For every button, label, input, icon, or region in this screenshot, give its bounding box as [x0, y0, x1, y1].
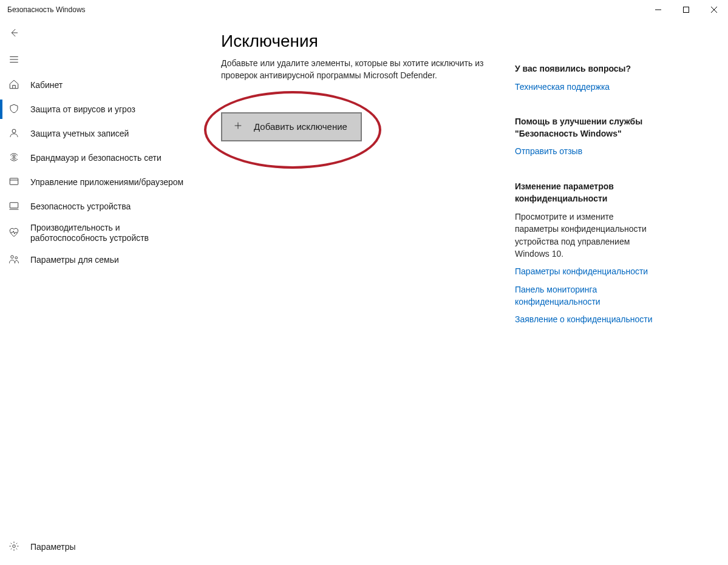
sidebar-item-label: Параметры — [30, 542, 76, 552]
aside-privacy: Изменение параметров конфиденциальности … — [515, 181, 655, 326]
titlebar: Безопасность Windows — [0, 0, 728, 19]
sidebar-item-label: Безопасность устройства — [30, 201, 131, 211]
sidebar-item-label: Брандмауэр и безопасность сети — [30, 153, 162, 163]
person-icon — [9, 127, 19, 140]
sidebar-item-virus-threat[interactable]: Защита от вирусов и угроз — [0, 97, 199, 121]
add-exclusion-label: Добавить исключение — [254, 121, 347, 132]
sidebar-item-label: Защита учетных записей — [30, 129, 129, 138]
page-title: Исключения — [221, 32, 515, 51]
sidebar-item-label: Кабинет — [30, 80, 63, 90]
sidebar-item-family[interactable]: Параметры для семьи — [0, 248, 199, 272]
network-icon — [9, 152, 19, 164]
shield-icon — [9, 103, 19, 116]
window-title: Безопасность Windows — [7, 5, 86, 14]
sidebar-item-device-performance[interactable]: Производительность и работоспособность у… — [0, 218, 199, 248]
svg-rect-1 — [684, 7, 689, 13]
privacy-settings-link[interactable]: Параметры конфиденциальности — [515, 266, 655, 278]
app-icon — [9, 176, 19, 189]
svg-rect-10 — [10, 178, 18, 184]
aside-feedback: Помощь в улучшении службы "Безопасность … — [515, 116, 655, 158]
family-icon — [9, 254, 19, 266]
page-description: Добавьте или удалите элементы, которые в… — [221, 57, 506, 82]
svg-rect-12 — [10, 202, 18, 208]
plus-icon — [233, 121, 243, 132]
svg-point-14 — [11, 255, 14, 259]
aside-text: Просмотрите и измените параметры конфиде… — [515, 211, 655, 260]
aside-questions: У вас появились вопросы? Техническая под… — [515, 63, 655, 93]
device-icon — [9, 200, 19, 213]
sidebar-item-app-browser[interactable]: Управление приложениями/браузером — [0, 170, 199, 194]
sidebar-item-label: Параметры для семьи — [30, 255, 119, 265]
content: Исключения Добавьте или удалите элементы… — [199, 32, 515, 565]
svg-point-9 — [13, 156, 15, 158]
svg-point-15 — [15, 256, 18, 259]
sidebar-item-account-protection[interactable]: Защита учетных записей — [0, 121, 199, 146]
maximize-button[interactable] — [672, 0, 700, 19]
sidebar-item-device-security[interactable]: Безопасность устройства — [0, 194, 199, 218]
tech-support-link[interactable]: Техническая поддержка — [515, 81, 655, 93]
minimize-button[interactable] — [644, 0, 672, 19]
menu-button[interactable] — [0, 46, 199, 73]
sidebar-item-label: Производительность и работоспособность у… — [30, 223, 199, 244]
sidebar-item-home[interactable]: Кабинет — [0, 73, 199, 97]
sidebar-item-label: Защита от вирусов и угроз — [30, 104, 135, 114]
sidebar: Кабинет Защита от вирусов и угроз Защита… — [0, 19, 199, 565]
svg-point-8 — [12, 129, 16, 133]
home-icon — [9, 79, 19, 92]
sidebar-item-settings[interactable]: Параметры — [0, 535, 199, 559]
heart-icon — [9, 227, 19, 240]
privacy-statement-link[interactable]: Заявление о конфиденциальности — [515, 314, 655, 326]
main-area: Исключения Добавьте или удалите элементы… — [199, 19, 728, 565]
sidebar-item-label: Управление приложениями/браузером — [30, 177, 183, 187]
aside-heading: Изменение параметров конфиденциальности — [515, 181, 655, 205]
back-button[interactable] — [0, 19, 199, 46]
close-button[interactable] — [700, 0, 728, 19]
aside: У вас появились вопросы? Техническая под… — [515, 32, 673, 565]
svg-point-16 — [13, 544, 16, 547]
gear-icon — [9, 541, 19, 553]
send-feedback-link[interactable]: Отправить отзыв — [515, 146, 655, 158]
sidebar-item-firewall[interactable]: Брандмауэр и безопасность сети — [0, 146, 199, 170]
aside-heading: Помощь в улучшении службы "Безопасность … — [515, 116, 655, 140]
add-exclusion-button[interactable]: Добавить исключение — [221, 112, 362, 141]
window-controls — [644, 0, 728, 19]
aside-heading: У вас появились вопросы? — [515, 63, 655, 75]
privacy-dashboard-link[interactable]: Панель мониторинга конфиденциальности — [515, 284, 655, 308]
